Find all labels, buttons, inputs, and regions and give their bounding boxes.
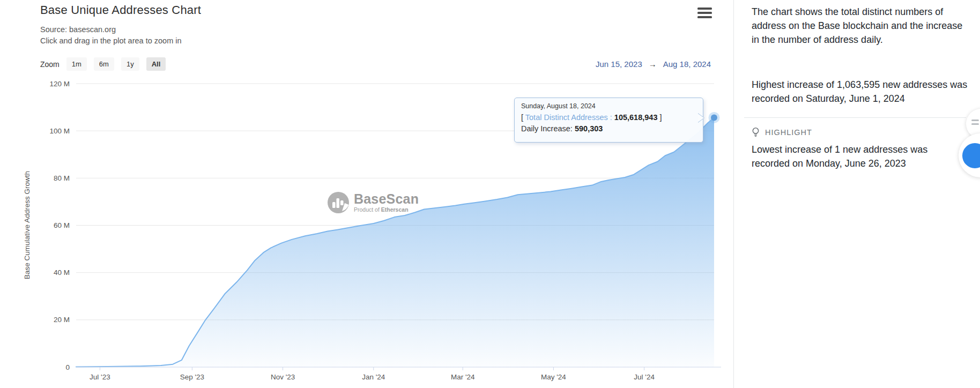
- chart-description: The chart shows the total distinct numbe…: [752, 5, 968, 47]
- hamburger-bar: [697, 12, 712, 14]
- chart-header: Base Unique Addresses Chart Source: base…: [40, 3, 201, 47]
- chart-panel: 020 M40 M60 M80 M100 M120 MJul '23Sep '2…: [0, 0, 733, 388]
- x-tick-label: Nov '23: [271, 373, 295, 381]
- chart-zoom-hint: Click and drag in the plot area to zoom …: [40, 35, 201, 47]
- hamburger-bar: [697, 8, 712, 10]
- y-tick-label: 0: [65, 363, 70, 371]
- tooltip-daily-increase: Daily Increase: 590,303: [521, 123, 696, 135]
- chart-tooltip: Sunday, August 18, 2024 [ Total Distinct…: [514, 98, 703, 143]
- range-from[interactable]: Jun 15, 2023: [596, 59, 642, 69]
- highlight-label: HIGHLIGHT: [765, 128, 812, 137]
- highlight-header: HIGHLIGHT: [752, 127, 968, 138]
- lowest-increase-note: Lowest increase of 1 new addresses was r…: [752, 143, 968, 170]
- range-arrow-icon: →: [649, 59, 657, 69]
- page: 020 M40 M60 M80 M100 M120 MJul '23Sep '2…: [0, 0, 980, 388]
- lightbulb-icon: [752, 127, 760, 138]
- page-title: Base Unique Addresses Chart: [40, 3, 201, 17]
- x-tick-label: Jan '24: [362, 373, 385, 381]
- x-tick-label: Jul '24: [634, 373, 655, 381]
- x-tick-label: Jul '23: [90, 373, 110, 381]
- y-tick-label: 80 M: [54, 174, 70, 182]
- y-tick-label: 100 M: [49, 127, 70, 135]
- tooltip-total-addresses: [ Total Distinct Addresses : 105,618,943…: [521, 112, 696, 123]
- x-tick-label: Mar '24: [451, 373, 475, 381]
- chart-source: Source: basescan.org: [40, 24, 201, 35]
- date-range: Jun 15, 2023 → Aug 18, 2024: [596, 59, 711, 69]
- y-tick-label: 120 M: [49, 80, 70, 88]
- y-tick-label: 40 M: [54, 268, 70, 277]
- zoom-button-6m[interactable]: 6m: [94, 57, 114, 71]
- hamburger-menu-icon[interactable]: [697, 5, 715, 20]
- highest-increase-note: Highest increase of 1,063,595 new addres…: [752, 78, 968, 106]
- zoom-label: Zoom: [40, 60, 60, 69]
- zoom-button-all[interactable]: All: [146, 57, 166, 71]
- zoom-button-1y[interactable]: 1y: [121, 57, 139, 71]
- tooltip-date: Sunday, August 18, 2024: [521, 102, 696, 110]
- highlight-divider: [744, 117, 966, 118]
- range-to[interactable]: Aug 18, 2024: [663, 59, 711, 69]
- info-panel: The chart shows the total distinct numbe…: [734, 0, 980, 388]
- area-fill: [76, 117, 714, 367]
- y-tick-label: 60 M: [54, 221, 70, 229]
- y-axis-title: Base Cumulative Address Growth: [23, 171, 31, 279]
- zoom-button-1m[interactable]: 1m: [66, 57, 87, 71]
- y-tick-label: 20 M: [54, 316, 70, 324]
- chat-icon: [962, 143, 980, 168]
- chart-toolbar: Zoom 1m 6m 1y All Jun 15, 2023 → Aug 18,…: [40, 57, 711, 71]
- x-tick-label: May '24: [541, 373, 566, 381]
- last-point-marker[interactable]: [711, 114, 717, 121]
- hamburger-bar: [697, 16, 712, 19]
- x-tick-label: Sep '23: [180, 373, 204, 381]
- floating-top-icon: [971, 120, 979, 121]
